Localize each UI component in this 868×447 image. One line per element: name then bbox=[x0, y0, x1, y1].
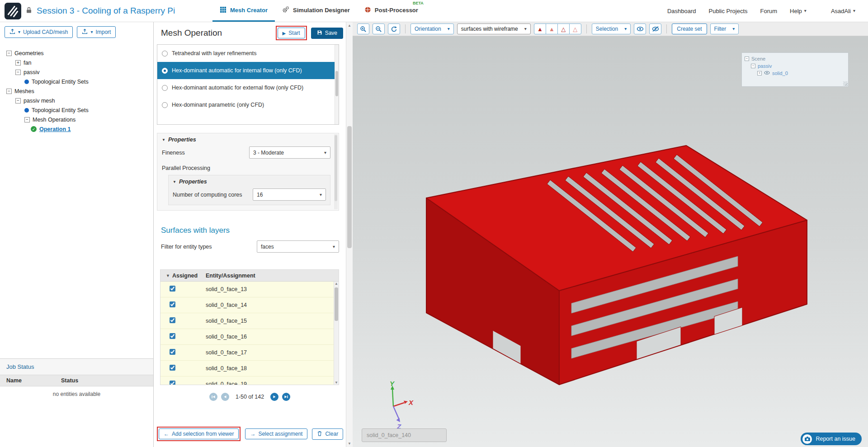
tree-item-topological-entity-sets[interactable]: Topological Entity Sets bbox=[0, 77, 153, 86]
save-button[interactable]: Save bbox=[311, 28, 343, 39]
tree-item-geometries[interactable]: − Geometries bbox=[0, 48, 153, 58]
nav-public-projects[interactable]: Public Projects bbox=[709, 8, 748, 14]
row-checkbox[interactable] bbox=[170, 286, 175, 292]
import-button[interactable]: ▾ Import bbox=[77, 26, 116, 38]
table-row[interactable]: solid_0_face_15 bbox=[160, 313, 339, 329]
row-checkbox[interactable] bbox=[170, 333, 175, 339]
last-page-button[interactable] bbox=[282, 393, 290, 401]
tree-item-mesh-operations[interactable]: − Mesh Operations bbox=[0, 115, 153, 124]
row-checkbox[interactable] bbox=[170, 381, 175, 385]
visibility-eye-icon[interactable] bbox=[764, 71, 770, 76]
first-page-button[interactable] bbox=[209, 393, 217, 401]
collapse-icon[interactable]: − bbox=[751, 64, 755, 68]
viewer-3d[interactable]: Orientation ▾ surfaces with wireframe ▾ … bbox=[353, 22, 868, 447]
orientation-dropdown[interactable]: Orientation ▾ bbox=[410, 24, 454, 34]
start-button[interactable]: ▶ Start bbox=[278, 28, 305, 38]
viewer-filter-dropdown[interactable]: Filter ▾ bbox=[710, 24, 739, 34]
scroll-up-icon[interactable]: ▲ bbox=[346, 24, 353, 28]
radio-button[interactable] bbox=[162, 102, 168, 108]
tree-item-mesh-topological-entity-sets[interactable]: Topological Entity Sets bbox=[0, 105, 153, 115]
scene-tree-solid-0[interactable]: + solid_0 bbox=[745, 70, 845, 77]
fineness-dropdown[interactable]: 3 - Moderate ▾ bbox=[249, 146, 330, 159]
render-mode-dropdown[interactable]: surfaces with wireframe ▾ bbox=[457, 24, 531, 34]
scroll-down-icon[interactable]: ▼ bbox=[335, 381, 338, 385]
mesh-display-shaded-button[interactable]: ▲ bbox=[546, 24, 558, 34]
entity-type-dropdown[interactable]: faces ▾ bbox=[257, 240, 339, 253]
tree-item-passiv[interactable]: − passiv bbox=[0, 67, 153, 77]
prev-page-button[interactable] bbox=[221, 393, 229, 401]
table-row[interactable]: solid_0_face_18 bbox=[160, 361, 339, 376]
zoom-in-button[interactable] bbox=[357, 24, 369, 34]
radio-button[interactable] bbox=[162, 85, 168, 91]
nav-help-menu[interactable]: Help▾ bbox=[790, 8, 807, 14]
row-checkbox[interactable] bbox=[170, 365, 175, 371]
scroll-up-icon[interactable]: ▲ bbox=[335, 282, 338, 286]
tree-item-operation-1[interactable]: ✓ Operation 1 bbox=[0, 124, 153, 134]
scrollbar-thumb[interactable] bbox=[335, 71, 338, 96]
row-checkbox[interactable] bbox=[170, 349, 175, 355]
nav-forum[interactable]: Forum bbox=[760, 8, 778, 14]
upload-cad-button[interactable]: ▾ Upload CAD/mesh bbox=[5, 26, 73, 38]
refresh-view-button[interactable] bbox=[388, 24, 400, 34]
app-logo[interactable] bbox=[5, 3, 21, 19]
table-row[interactable]: solid_0_face_13 bbox=[160, 282, 339, 297]
mesh-display-solid-button[interactable]: ▲ bbox=[534, 24, 546, 34]
collapse-icon[interactable]: − bbox=[6, 89, 12, 94]
mesh-display-wireframe-button[interactable]: △ bbox=[557, 24, 570, 34]
panel-scrollbar[interactable]: ▲ ▼ bbox=[346, 22, 353, 447]
resize-handle[interactable] bbox=[843, 81, 848, 86]
scene-tree-panel[interactable]: − Scene − passiv + solid_0 bbox=[741, 52, 849, 87]
zoom-out-button[interactable] bbox=[373, 24, 385, 34]
tab-simulation-designer[interactable]: Simulation Designer bbox=[275, 0, 357, 22]
collapse-icon[interactable]: − bbox=[15, 98, 21, 104]
table-row[interactable]: solid_0_face_16 bbox=[160, 329, 339, 345]
collapse-icon[interactable]: − bbox=[15, 70, 21, 75]
cores-dropdown[interactable]: 16 ▾ bbox=[253, 188, 326, 201]
selection-dropdown[interactable]: Selection ▾ bbox=[592, 24, 631, 34]
hide-entities-button[interactable] bbox=[649, 24, 661, 34]
next-page-button[interactable] bbox=[270, 393, 278, 401]
scene-tree-root[interactable]: − Scene bbox=[745, 55, 845, 62]
expand-icon[interactable]: + bbox=[757, 71, 762, 75]
scene-tree-passiv[interactable]: − passiv bbox=[745, 62, 845, 70]
table-row[interactable]: solid_0_face_14 bbox=[160, 297, 339, 313]
algo-option-hex-external[interactable]: Hex-dominant automatic for external flow… bbox=[157, 79, 339, 96]
radio-button[interactable] bbox=[162, 68, 168, 74]
tab-mesh-creator[interactable]: Mesh Creator bbox=[212, 0, 275, 22]
add-selection-button[interactable]: ← Add selection from viewer bbox=[159, 428, 239, 439]
listbox-scrollbar[interactable] bbox=[335, 45, 339, 124]
create-set-button[interactable]: Create set bbox=[672, 24, 707, 34]
row-checkbox[interactable] bbox=[170, 301, 175, 307]
tab-post-processor[interactable]: Post-Processor BETA bbox=[357, 0, 425, 22]
radio-button[interactable] bbox=[162, 51, 168, 56]
tree-item-meshes[interactable]: − Meshes bbox=[0, 86, 153, 96]
scroll-down-icon[interactable]: ▼ bbox=[346, 442, 353, 446]
expand-icon[interactable]: + bbox=[15, 60, 21, 66]
mesh-display-points-button[interactable]: △ bbox=[569, 24, 581, 34]
algo-option-tetrahedral[interactable]: Tetrahedral with layer refinements bbox=[157, 45, 339, 62]
collapse-icon[interactable]: − bbox=[745, 56, 749, 61]
scrollbar-thumb[interactable] bbox=[335, 135, 337, 201]
algo-option-hex-internal[interactable]: Hex-dominant automatic for internal flow… bbox=[157, 62, 339, 79]
algo-option-hex-parametric[interactable]: Hex-dominant parametric (only CFD) bbox=[157, 96, 339, 113]
scrollbar-thumb[interactable] bbox=[335, 287, 338, 321]
properties-section-header[interactable]: ▼ Properties bbox=[162, 136, 330, 143]
clear-button[interactable]: Clear bbox=[312, 428, 343, 440]
row-checkbox[interactable] bbox=[170, 317, 175, 323]
show-entities-button[interactable] bbox=[634, 24, 646, 34]
nav-dashboard[interactable]: Dashboard bbox=[667, 8, 696, 14]
report-issue-button[interactable]: Report an issue bbox=[801, 433, 862, 445]
table-row[interactable]: solid_0_face_19 bbox=[160, 376, 339, 385]
collapse-icon[interactable]: − bbox=[6, 51, 12, 56]
axis-gizmo[interactable]: Y X Z bbox=[379, 380, 417, 431]
table-scrollbar[interactable]: ▲ ▼ bbox=[334, 282, 339, 385]
collapse-icon[interactable]: − bbox=[24, 117, 30, 122]
scrollbar-thumb[interactable] bbox=[347, 126, 352, 248]
table-row[interactable]: solid_0_face_17 bbox=[160, 345, 339, 361]
properties-scrollbar[interactable] bbox=[334, 134, 338, 209]
tree-item-fan[interactable]: + fan bbox=[0, 58, 153, 67]
select-assignment-button[interactable]: → Select assignment bbox=[245, 428, 307, 439]
tree-item-passiv-mesh[interactable]: − passiv mesh bbox=[0, 96, 153, 105]
col-assigned[interactable]: ▼ Assigned bbox=[160, 273, 202, 279]
nested-properties-header[interactable]: ▼ Properties bbox=[173, 179, 326, 185]
